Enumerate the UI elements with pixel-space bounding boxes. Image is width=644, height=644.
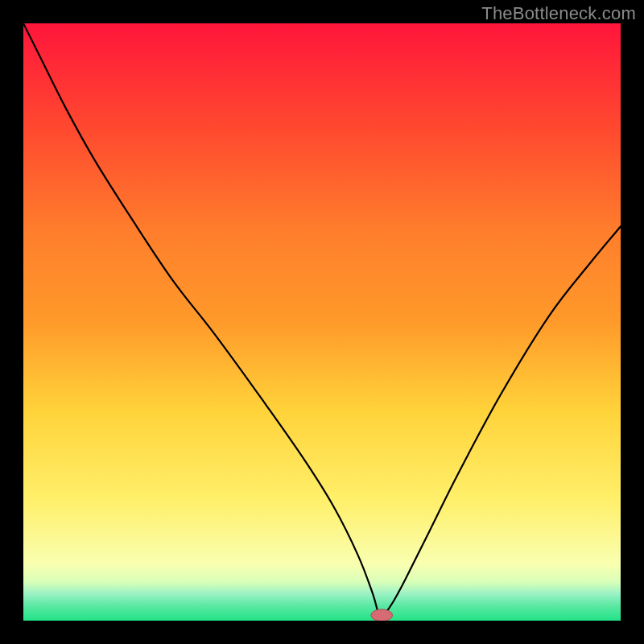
watermark-text: TheBottleneck.com [481,3,636,24]
chart-frame: TheBottleneck.com [0,0,644,644]
plot-area [23,23,621,621]
gradient-background [23,23,621,621]
bottleneck-chart [23,23,621,621]
optimal-point-marker [371,609,393,621]
